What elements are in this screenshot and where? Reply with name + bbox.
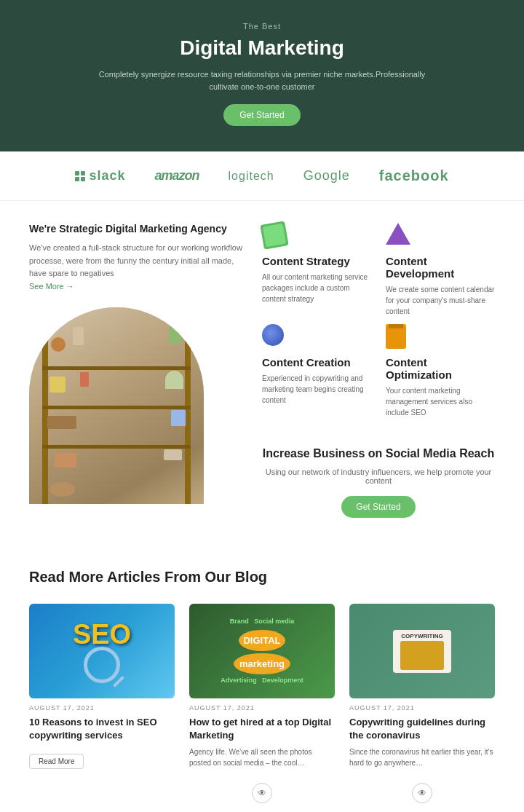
read-more-button-seo[interactable]: Read More <box>29 754 84 769</box>
service-content-strategy: Content Strategy All our content marketi… <box>262 223 371 317</box>
service-desc-development: We create some content calendar for your… <box>386 284 495 317</box>
brands-bar: slack amazon logitech Google facebook <box>0 151 524 201</box>
purple-pyramid-icon <box>386 223 410 245</box>
social-title: Increase Business on Social Media Reach <box>262 447 495 460</box>
brand-facebook: facebook <box>379 167 449 184</box>
digital-labels: Brand Social media DIGITAL marketing Adv… <box>221 615 303 686</box>
copy-label: COPYWRITING <box>396 633 448 639</box>
decor-obj2 <box>164 449 182 460</box>
brand-slack: slack <box>75 168 125 184</box>
eye-button-digital[interactable]: 👁 <box>252 783 272 803</box>
circle-blue-icon <box>262 324 284 346</box>
blog-date-copy: AUGUST 17, 2021 <box>349 704 495 712</box>
blog-img-digital: Brand Social media DIGITAL marketing Adv… <box>189 604 335 698</box>
eye-button-copy[interactable]: 👁 <box>412 783 432 803</box>
blog-heading-copy: Copywriting guidelines during the corona… <box>349 716 495 742</box>
service-title-strategy: Content Strategy <box>262 255 371 267</box>
copy-image-content: COPYWRITING <box>387 624 457 679</box>
blog-img-copywriting: COPYWRITING <box>349 604 495 698</box>
blog-heading-seo: 10 Reasons to invest in SEO copywriting … <box>29 716 175 742</box>
brand-google: Google <box>303 168 350 184</box>
service-desc-strategy: All our content marketing service packag… <box>262 272 371 304</box>
brand-amazon: amazon <box>155 168 199 184</box>
brand-logitech: logitech <box>229 170 274 183</box>
agency-title: We're Strategic Digital Marketing Agency <box>29 223 247 234</box>
slack-icon <box>75 171 85 181</box>
hero-subtitle: The Best <box>29 22 495 31</box>
orange-box-icon <box>386 324 406 349</box>
magnifier-handle <box>113 676 124 687</box>
typewriter-body <box>400 641 444 670</box>
decor-vase <box>165 371 183 389</box>
service-content-development: Content Development We create some conte… <box>386 223 495 317</box>
social-cta-inline: Increase Business on Social Media Reach … <box>262 447 495 518</box>
blog-img-seo: SEO <box>29 604 175 698</box>
services-grid: Content Strategy All our content marketi… <box>262 223 495 518</box>
main-content: We're Strategic Digital Marketing Agency… <box>0 201 524 540</box>
decor-plant <box>169 323 182 344</box>
blog-section: Read More Articles From Our Blog SEO AUG… <box>0 540 524 812</box>
service-content-optimization: Content Optimization Your content market… <box>386 324 495 418</box>
blog-card-digital: Brand Social media DIGITAL marketing Adv… <box>189 604 335 803</box>
decor-frame <box>49 377 66 393</box>
service-content-creation: Content Creation Experienced in copywrit… <box>262 324 371 418</box>
content-creation-icon <box>262 324 288 350</box>
decor-box <box>47 416 76 429</box>
green-square-icon <box>260 221 288 249</box>
decor-book <box>73 327 84 345</box>
shelf-visual <box>29 307 204 504</box>
see-more-link[interactable]: See More → <box>29 282 74 291</box>
blog-eye-container-copy: 👁 <box>349 776 495 803</box>
blog-card-copywriting: COPYWRITING AUGUST 17, 2021 Copywriting … <box>349 604 495 803</box>
blog-date-digital: AUGUST 17, 2021 <box>189 704 335 712</box>
blog-card-seo: SEO AUGUST 17, 2021 10 Reasons to invest… <box>29 604 175 803</box>
decor-basket <box>55 453 76 468</box>
blog-grid: SEO AUGUST 17, 2021 10 Reasons to invest… <box>29 604 495 803</box>
digital-image-content: Brand Social media DIGITAL marketing Adv… <box>217 612 307 690</box>
agency-description: We've created a full-stack structure for… <box>29 242 247 293</box>
typewriter-visual: COPYWRITING <box>393 630 451 673</box>
blog-excerpt-digital: Agency life. We've all seen the photos p… <box>189 746 335 768</box>
service-title-optimization: Content Optimization <box>386 356 495 381</box>
service-desc-optimization: Your content marketing management servic… <box>386 385 495 418</box>
decor-ball <box>51 337 66 352</box>
hero-description: Completely synergize resource taxing rel… <box>87 68 437 92</box>
service-title-creation: Content Creation <box>262 356 371 368</box>
seo-image-content: SEO <box>73 619 131 683</box>
social-get-started-button[interactable]: Get Started <box>341 496 415 518</box>
decor-obj <box>80 372 89 387</box>
decor-book2 <box>171 410 186 426</box>
shelf-plank-2 <box>42 406 191 409</box>
magnifier-circle <box>84 647 120 683</box>
blog-eye-container-digital: 👁 <box>189 776 335 803</box>
content-strategy-icon <box>262 223 288 249</box>
hero-get-started-button[interactable]: Get Started <box>223 104 300 126</box>
blog-date-seo: AUGUST 17, 2021 <box>29 704 175 712</box>
content-development-icon <box>386 223 412 249</box>
shelf-plank-1 <box>42 366 191 370</box>
hero-title: Digital Marketing <box>29 36 495 60</box>
service-desc-creation: Experienced in copywriting and marketing… <box>262 373 371 406</box>
social-description: Using our network of industry influencer… <box>262 468 495 485</box>
blog-section-title: Read More Articles From Our Blog <box>29 569 495 586</box>
shelf-plank-3 <box>42 445 191 449</box>
hero-section: The Best Digital Marketing Completely sy… <box>0 0 524 151</box>
seo-text: SEO <box>73 619 131 650</box>
blog-excerpt-copy: Since the coronavirus hit earlier this y… <box>349 746 495 768</box>
blog-heading-digital: How to get hired at a top Digital Market… <box>189 716 335 742</box>
agency-left-column: We're Strategic Digital Marketing Agency… <box>29 223 247 518</box>
shelf-image <box>29 307 204 504</box>
content-optimization-icon <box>386 324 412 350</box>
service-title-development: Content Development <box>386 255 495 280</box>
